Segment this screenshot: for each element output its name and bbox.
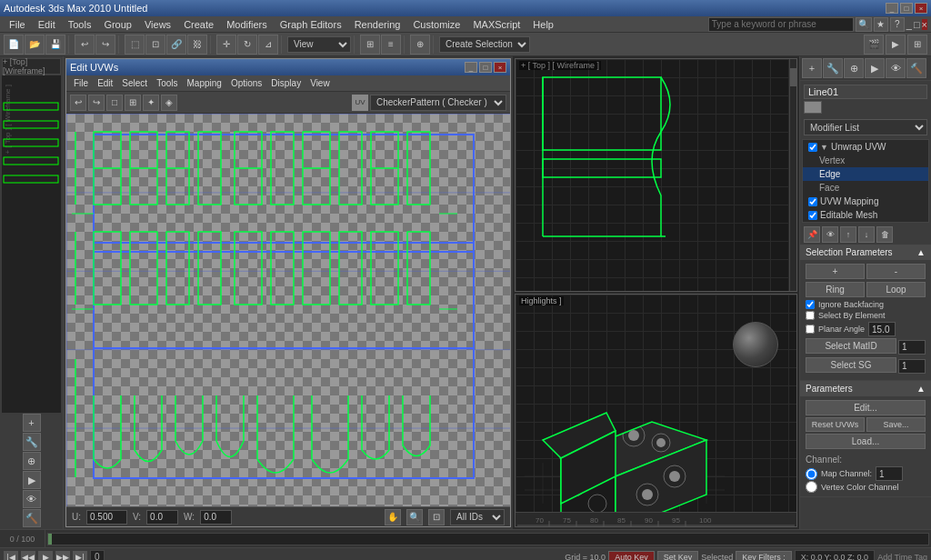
modify-panel-btn[interactable]: 🔧: [23, 433, 41, 451]
menu-graph-editors[interactable]: Graph Editors: [275, 18, 347, 31]
search-input[interactable]: [708, 17, 854, 32]
uv-redo-btn[interactable]: ↪: [88, 95, 105, 111]
prev-key-btn[interactable]: ◀◀: [21, 551, 35, 561]
modifier-list-select[interactable]: Modifier List: [804, 119, 927, 135]
minimize-btn[interactable]: _: [886, 3, 898, 14]
scale-btn[interactable]: ⊿: [258, 35, 278, 55]
menu-customize[interactable]: Customize: [407, 18, 466, 31]
parameters-header[interactable]: Parameters ▲: [800, 381, 931, 396]
top-vp-scrollbar[interactable]: [789, 59, 796, 291]
mod-eye-uvw[interactable]: [808, 197, 817, 206]
uv-menu-view[interactable]: View: [306, 78, 334, 88]
uv-menu-display[interactable]: Display: [267, 78, 305, 88]
main-minimize-btn[interactable]: _: [906, 19, 912, 30]
sg-input[interactable]: [898, 359, 926, 374]
rotate-btn[interactable]: ↻: [237, 35, 257, 55]
edit-btn[interactable]: Edit...: [806, 400, 926, 415]
layer-btn[interactable]: ⊕: [410, 35, 430, 55]
vertex-color-radio[interactable]: [806, 481, 817, 493]
mat-id-input[interactable]: [898, 340, 926, 355]
select-sg-btn[interactable]: Select SG: [806, 357, 896, 373]
map-channel-input[interactable]: [876, 466, 903, 481]
select-region-btn[interactable]: ⊡: [145, 35, 165, 55]
uv-close-btn[interactable]: ×: [494, 62, 506, 73]
load-btn[interactable]: Load...: [806, 434, 926, 449]
object-name-input[interactable]: [804, 85, 927, 99]
mod-delete-btn[interactable]: 🗑: [876, 226, 893, 243]
menu-maxscript[interactable]: MAXScript: [467, 18, 526, 31]
maximize-btn[interactable]: □: [900, 3, 913, 14]
render-setup-btn[interactable]: 🎬: [864, 35, 884, 55]
main-maximize-btn[interactable]: □: [914, 19, 920, 30]
uv-w-input[interactable]: [200, 510, 232, 525]
checker-select[interactable]: CheckerPattern ( Checker ): [370, 95, 506, 111]
planar-angle-check[interactable]: [806, 325, 815, 334]
select-btn[interactable]: ⬚: [125, 35, 145, 55]
create-selection-select[interactable]: Create Selection: [439, 36, 530, 53]
uv-stitch-btn[interactable]: ⊞: [125, 95, 141, 111]
auto-key-btn[interactable]: Auto Key: [608, 551, 655, 561]
map-channel-radio[interactable]: [806, 468, 817, 480]
uv-filter-select[interactable]: All IDs: [450, 509, 505, 525]
mod-down-btn[interactable]: ↓: [858, 226, 875, 243]
render-btn[interactable]: ▶: [886, 35, 906, 55]
uv-pan-btn[interactable]: ✋: [385, 509, 401, 525]
menu-tools[interactable]: Tools: [63, 18, 97, 31]
align-btn[interactable]: ≡: [381, 35, 401, 55]
menu-rendering[interactable]: Rendering: [349, 18, 406, 31]
unlink-btn[interactable]: ⛓: [187, 35, 207, 55]
uv-menu-select[interactable]: Select: [118, 78, 151, 88]
new-btn[interactable]: 📄: [4, 35, 24, 55]
plus-btn[interactable]: +: [806, 264, 865, 279]
uv-viewport[interactable]: [66, 114, 510, 506]
mod-uvw-mapping[interactable]: UVW Mapping: [803, 195, 928, 208]
next-frame-btn[interactable]: ▶|: [73, 551, 87, 561]
uv-maximize-btn[interactable]: □: [479, 62, 492, 73]
save-btn[interactable]: 💾: [45, 35, 65, 55]
menu-group[interactable]: Group: [98, 18, 137, 31]
pin-btn[interactable]: 📌: [804, 226, 820, 243]
selection-params-header[interactable]: Selection Parameters ▲: [800, 245, 931, 260]
save-uvws-btn[interactable]: Save...: [866, 417, 926, 432]
uv-break-btn[interactable]: □: [106, 95, 123, 111]
uv-menu-mapping[interactable]: Mapping: [184, 78, 225, 88]
modify-tool[interactable]: 🔧: [823, 58, 843, 78]
menu-modifiers[interactable]: Modifiers: [221, 18, 273, 31]
uv-zoom-all-btn[interactable]: ⊡: [428, 509, 445, 525]
mod-edge[interactable]: Edge: [803, 167, 928, 181]
ref-coord-select[interactable]: View: [287, 36, 351, 53]
move-btn[interactable]: ✛: [216, 35, 236, 55]
menu-file[interactable]: File: [4, 18, 31, 31]
display-btn[interactable]: 👁: [23, 490, 41, 508]
uv-menu-edit[interactable]: Edit: [94, 78, 116, 88]
mod-vertex[interactable]: Vertex: [803, 154, 928, 167]
top-viewport[interactable]: + [ Top ] [ Wireframe ]: [515, 58, 797, 292]
redo-btn[interactable]: ↪: [95, 35, 115, 55]
motion-btn[interactable]: ▶: [23, 471, 41, 489]
mod-up-btn[interactable]: ↑: [840, 226, 856, 243]
uv-minimize-btn[interactable]: _: [465, 62, 477, 73]
mirror-btn[interactable]: ⊞: [360, 35, 380, 55]
select-link-btn[interactable]: 🔗: [166, 35, 186, 55]
menu-create[interactable]: Create: [178, 18, 219, 31]
add-time-tag[interactable]: Add Time Tag: [877, 553, 927, 561]
hierarchy-btn[interactable]: ⊕: [23, 452, 41, 470]
prev-frame-btn[interactable]: |◀: [4, 551, 18, 561]
uv-undo-btn[interactable]: ↩: [70, 95, 86, 111]
uv-target-weld-btn[interactable]: ◈: [161, 95, 177, 111]
menu-help[interactable]: Help: [527, 18, 559, 31]
undo-btn[interactable]: ↩: [75, 35, 95, 55]
uv-weld-btn[interactable]: ✦: [143, 95, 159, 111]
utilities-btn[interactable]: 🔨: [23, 509, 41, 527]
ignore-backfacing-check[interactable]: [806, 300, 815, 309]
ring-btn[interactable]: Ring: [806, 282, 865, 297]
key-filters-btn[interactable]: Key Filters :: [736, 551, 792, 561]
uv-zoom-btn[interactable]: 🔍: [406, 509, 423, 525]
menu-edit[interactable]: Edit: [33, 18, 61, 31]
set-key-btn[interactable]: Set Key: [657, 551, 699, 561]
mod-eye-unwrap[interactable]: [808, 143, 817, 152]
motion-tool[interactable]: ▶: [865, 58, 885, 78]
mod-eye-mesh[interactable]: [808, 211, 817, 220]
create-panel-btn[interactable]: +: [23, 414, 41, 432]
planar-angle-input[interactable]: [868, 322, 896, 336]
